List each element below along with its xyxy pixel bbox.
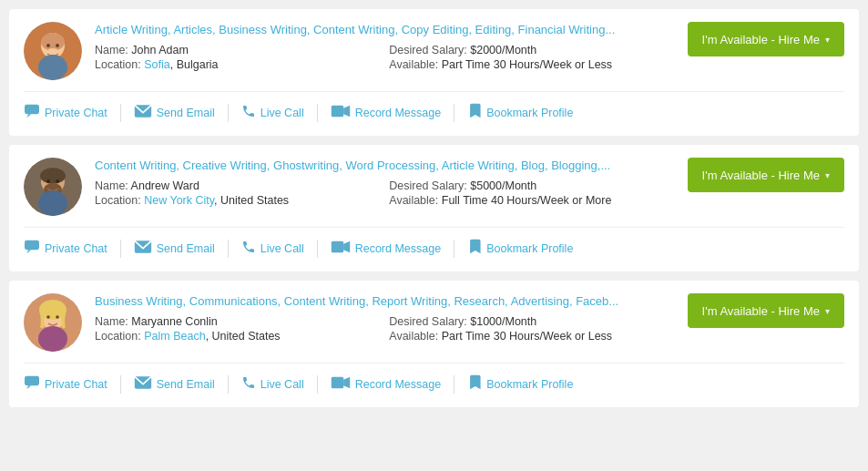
svg-point-27 [46, 315, 50, 319]
send-email-btn-1[interactable]: Send Email [121, 100, 228, 126]
record-message-label-1: Record Message [355, 107, 442, 119]
bookmark-profile-btn-3[interactable]: Bookmark Profile [454, 371, 586, 398]
hire-button-3[interactable]: I'm Available - Hire Me ▾ [688, 293, 844, 328]
live-call-btn-3[interactable]: Live Call [229, 372, 317, 397]
hire-button-2[interactable]: I'm Available - Hire Me ▾ [688, 158, 844, 192]
skills-2: Content Writing, Creative Writing, Ghost… [95, 158, 675, 174]
hire-chevron-1: ▾ [825, 35, 830, 45]
svg-marker-34 [343, 377, 350, 389]
card-info-1: Article Writing, Articles, Business Writ… [95, 22, 675, 71]
profile-card-1: Article Writing, Articles, Business Writ… [9, 9, 859, 136]
private-chat-label-3: Private Chat [45, 378, 107, 391]
salary-row-1: Desired Salary: $2000/Month [389, 44, 674, 56]
name-row-2: Name: Andrew Ward [95, 179, 380, 192]
svg-rect-22 [331, 241, 342, 253]
send-email-btn-3[interactable]: Send Email [121, 372, 228, 397]
profile-card-2: Content Writing, Creative Writing, Ghost… [9, 145, 859, 271]
live-call-label-2: Live Call [260, 242, 304, 255]
record-message-btn-1[interactable]: Record Message [318, 100, 454, 126]
video-icon-2 [331, 240, 351, 258]
svg-point-4 [56, 44, 59, 47]
svg-point-16 [56, 179, 59, 183]
hire-label-2: I'm Available - Hire Me [702, 169, 820, 182]
private-chat-btn-3[interactable]: Private Chat [24, 372, 120, 397]
svg-point-5 [47, 48, 58, 54]
profile-card-3: Business Writing, Communications, Conten… [9, 281, 859, 407]
live-call-btn-1[interactable]: Live Call [229, 100, 317, 126]
available-row-3: Available: Part Time 30 Hours/Week or Le… [389, 330, 674, 343]
record-message-label-3: Record Message [355, 378, 442, 391]
record-message-btn-3[interactable]: Record Message [318, 372, 454, 397]
bookmark-profile-label-2: Bookmark Profile [486, 242, 573, 255]
hire-button-1[interactable]: I'm Available - Hire Me ▾ [688, 22, 844, 56]
phone-icon-2 [241, 240, 256, 258]
chat-icon-3 [24, 375, 40, 394]
send-email-label-2: Send Email [157, 242, 215, 255]
details-2: Name: Andrew Ward Desired Salary: $5000/… [95, 179, 675, 207]
video-icon-1 [331, 104, 351, 122]
hire-label-3: I'm Available - Hire Me [702, 304, 820, 318]
chat-icon-2 [24, 240, 40, 258]
svg-marker-20 [26, 250, 31, 253]
card-info-3: Business Writing, Communications, Conten… [95, 293, 675, 343]
video-icon-3 [331, 375, 351, 394]
svg-rect-10 [331, 106, 342, 118]
bookmark-profile-btn-1[interactable]: Bookmark Profile [454, 99, 586, 127]
skills-1: Article Writing, Articles, Business Writ… [95, 22, 675, 38]
record-message-label-2: Record Message [355, 242, 442, 255]
svg-rect-30 [25, 376, 39, 385]
svg-point-29 [38, 326, 67, 352]
send-email-label-3: Send Email [157, 378, 215, 391]
svg-marker-23 [343, 241, 350, 253]
svg-point-3 [46, 44, 50, 47]
card-info-2: Content Writing, Creative Writing, Ghost… [95, 158, 675, 207]
location-row-2: Location: New York City, United States [95, 194, 380, 207]
svg-point-6 [38, 55, 67, 80]
chat-icon-1 [24, 104, 40, 122]
email-icon-1 [134, 104, 152, 122]
svg-marker-8 [26, 114, 31, 118]
live-call-btn-2[interactable]: Live Call [229, 236, 317, 261]
actions-1: Private Chat Send Email Live Call [24, 91, 844, 127]
svg-marker-31 [26, 385, 31, 389]
send-email-btn-2[interactable]: Send Email [121, 236, 228, 261]
location-row-1: Location: Sofia, Bulgaria [95, 58, 380, 71]
name-row-3: Name: Maryanne Conlin [95, 315, 380, 328]
svg-rect-7 [25, 105, 39, 114]
avatar-1 [24, 22, 82, 80]
actions-3: Private Chat Send Email Live Call [24, 363, 844, 398]
available-row-1: Available: Part Time 30 Hours/Week or Le… [389, 58, 674, 71]
record-message-btn-2[interactable]: Record Message [318, 236, 454, 261]
avatar-3 [24, 293, 82, 352]
location-row-3: Location: Palm Beach, United States [95, 330, 380, 343]
private-chat-label-1: Private Chat [45, 107, 107, 119]
live-call-label-1: Live Call [260, 107, 304, 119]
svg-point-18 [38, 190, 67, 216]
hire-label-1: I'm Available - Hire Me [702, 33, 820, 46]
svg-point-15 [46, 179, 50, 183]
svg-rect-19 [25, 241, 39, 250]
available-row-2: Available: Full Time 40 Hours/Week or Mo… [389, 194, 674, 207]
bookmark-icon-3 [467, 374, 482, 394]
phone-icon-1 [241, 104, 256, 122]
actions-2: Private Chat Send Email Live Call [24, 227, 844, 262]
salary-row-2: Desired Salary: $5000/Month [389, 179, 674, 192]
avatar-2 [24, 158, 82, 216]
svg-point-14 [40, 168, 66, 184]
name-row-1: Name: John Adam [95, 44, 380, 56]
email-icon-2 [134, 240, 152, 258]
bookmark-profile-label-1: Bookmark Profile [486, 107, 573, 119]
bookmark-profile-btn-2[interactable]: Bookmark Profile [454, 235, 586, 262]
private-chat-btn-1[interactable]: Private Chat [24, 100, 120, 126]
skills-3: Business Writing, Communications, Conten… [95, 293, 675, 310]
svg-point-28 [56, 315, 59, 319]
private-chat-label-2: Private Chat [45, 242, 107, 255]
svg-marker-11 [343, 106, 350, 118]
private-chat-btn-2[interactable]: Private Chat [24, 236, 120, 261]
phone-icon-3 [241, 375, 256, 394]
details-1: Name: John Adam Desired Salary: $2000/Mo… [95, 44, 675, 71]
svg-rect-33 [331, 377, 342, 389]
send-email-label-1: Send Email [157, 107, 215, 119]
email-icon-3 [134, 375, 152, 394]
details-3: Name: Maryanne Conlin Desired Salary: $1… [95, 315, 675, 343]
